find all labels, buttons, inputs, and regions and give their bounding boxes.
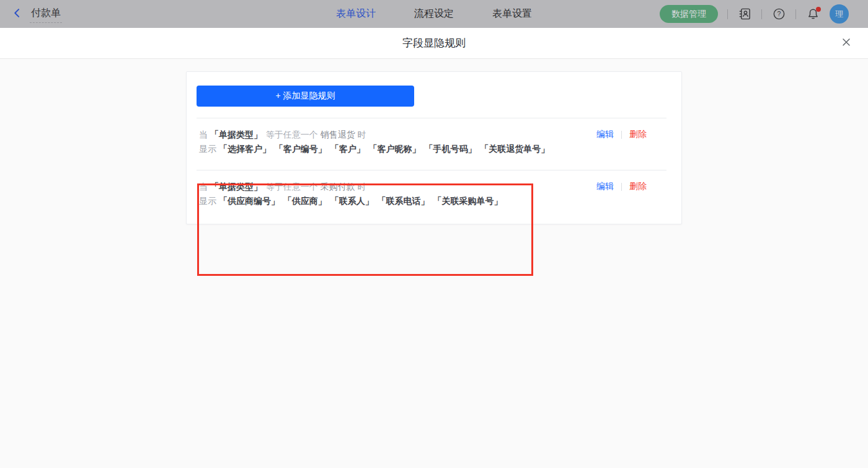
shown-field: 「客户昵称」 <box>369 144 421 154</box>
rule-row: 当 「单据类型」 等于任意一个 销售退货 时 显示 「选择客户」 「客户编号」 … <box>187 118 681 170</box>
rule-actions: 编辑 删除 <box>596 129 647 140</box>
topbar: 付款单 表单设计 流程设定 表单设置 数据管理 <box>0 0 868 28</box>
delete-rule-link[interactable]: 删除 <box>629 181 647 192</box>
condition-value: 采购付款 <box>321 182 355 192</box>
rules-card: + 添加显隐规则 当 「单据类型」 等于任意一个 销售退货 时 显示 「选择客户… <box>186 71 682 224</box>
shown-field: 「供应商编号」 <box>219 196 280 206</box>
show-prefix: 显示 <box>199 144 216 154</box>
svg-text:?: ? <box>777 10 781 17</box>
notification-badge <box>816 7 821 12</box>
close-button[interactable] <box>838 35 854 51</box>
modal-title: 字段显隐规则 <box>402 36 466 50</box>
rule-condition-line: 当 「单据类型」 等于任意一个 采购付款 时 <box>199 180 596 194</box>
topbar-tabs: 表单设计 流程设定 表单设置 <box>336 0 532 28</box>
rule-condition-line: 当 「单据类型」 等于任意一个 销售退货 时 <box>199 128 596 142</box>
question-circle-icon: ? <box>772 7 786 21</box>
add-rule-button[interactable]: + 添加显隐规则 <box>197 86 414 107</box>
when-suffix: 时 <box>358 182 366 192</box>
shown-field: 「客户编号」 <box>275 144 327 154</box>
tab-form-design[interactable]: 表单设计 <box>336 7 376 20</box>
chevron-left-icon <box>11 7 24 22</box>
divider <box>761 9 762 19</box>
rule-row: 当 「单据类型」 等于任意一个 采购付款 时 显示 「供应商编号」 「供应商」 … <box>187 170 681 224</box>
operator: 等于任意一个 <box>266 130 318 139</box>
topbar-left: 付款单 <box>11 6 62 23</box>
avatar[interactable]: 理 <box>830 4 849 24</box>
condition-field: 「单据类型」 <box>210 182 262 192</box>
divider <box>727 9 728 19</box>
tab-form-settings[interactable]: 表单设置 <box>492 7 532 20</box>
close-icon <box>840 36 852 51</box>
divider <box>795 9 796 19</box>
when-suffix: 时 <box>358 130 366 139</box>
edit-rule-link[interactable]: 编辑 <box>596 181 614 192</box>
condition-field: 「单据类型」 <box>210 130 262 139</box>
rule-actions: 编辑 删除 <box>596 181 647 192</box>
address-book-icon <box>738 7 752 21</box>
contacts-button[interactable] <box>737 7 752 22</box>
modal-header: 字段显隐规则 <box>0 28 868 59</box>
back-button[interactable] <box>11 7 24 22</box>
edit-rule-link[interactable]: 编辑 <box>596 129 614 140</box>
shown-field: 「客户」 <box>330 144 365 154</box>
rule-show-line: 显示 「选择客户」 「客户编号」 「客户」 「客户昵称」 「手机号码」 「关联退… <box>199 142 596 156</box>
operator: 等于任意一个 <box>266 182 318 192</box>
rule-description: 当 「单据类型」 等于任意一个 采购付款 时 显示 「供应商编号」 「供应商」 … <box>199 180 596 208</box>
shown-field: 「联系电话」 <box>378 196 430 206</box>
divider <box>621 183 622 191</box>
show-prefix: 显示 <box>199 196 216 206</box>
divider <box>621 131 622 139</box>
shown-field: 「供应商」 <box>283 196 327 206</box>
shown-field: 「关联退货单号」 <box>480 144 549 154</box>
condition-value: 销售退货 <box>321 130 355 139</box>
rule-description: 当 「单据类型」 等于任意一个 销售退货 时 显示 「选择客户」 「客户编号」 … <box>199 128 596 156</box>
modal-body: + 添加显隐规则 当 「单据类型」 等于任意一个 销售退货 时 显示 「选择客户… <box>0 59 868 468</box>
tab-process-settings[interactable]: 流程设定 <box>414 7 454 20</box>
data-manage-button[interactable]: 数据管理 <box>660 5 718 23</box>
topbar-right: 数据管理 ? <box>660 4 868 24</box>
form-title[interactable]: 付款单 <box>30 6 62 23</box>
notifications-button[interactable] <box>805 7 820 22</box>
shown-field: 「选择客户」 <box>219 144 271 154</box>
shown-field: 「手机号码」 <box>424 144 476 154</box>
when-prefix: 当 <box>199 130 208 139</box>
shown-field: 「关联采购单号」 <box>433 196 502 206</box>
rule-show-line: 显示 「供应商编号」 「供应商」 「联系人」 「联系电话」 「关联采购单号」 <box>199 194 596 208</box>
shown-field: 「联系人」 <box>330 196 374 206</box>
delete-rule-link[interactable]: 删除 <box>629 129 647 140</box>
help-button[interactable]: ? <box>771 7 786 22</box>
when-prefix: 当 <box>199 182 208 192</box>
